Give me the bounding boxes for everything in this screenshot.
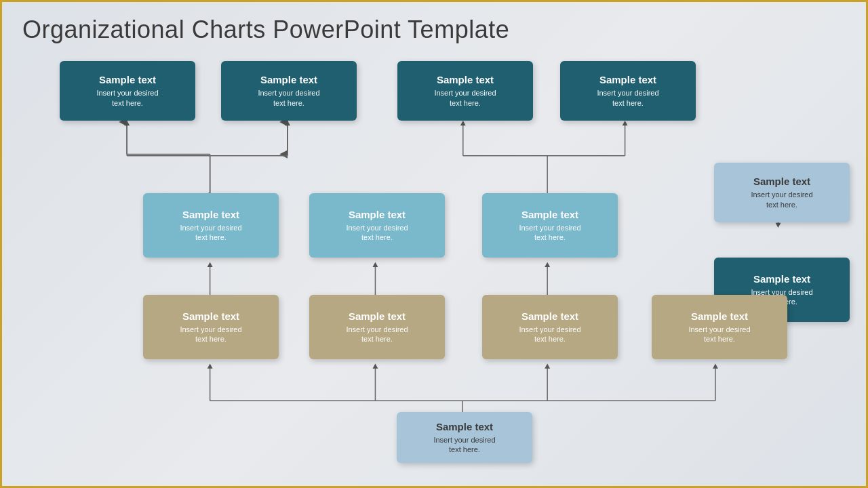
svg-marker-43 — [372, 364, 378, 369]
box-r2b1[interactable]: Sample text Insert your desiredtext here… — [143, 193, 279, 258]
box-r1b3-sub: Insert your desiredtext here. — [434, 88, 496, 108]
svg-marker-41 — [208, 364, 213, 369]
svg-marker-25 — [623, 121, 628, 125]
box-r2b2-sub: Insert your desiredtext here. — [346, 223, 408, 243]
box-r1b3-title: Sample text — [437, 74, 494, 85]
box-bottom-sub: Insert your desiredtext here. — [433, 435, 495, 455]
box-r1b2[interactable]: Sample text Insert your desiredtext here… — [221, 61, 357, 121]
box-r1b1-title: Sample text — [99, 74, 156, 85]
box-r1b2-sub: Insert your desiredtext here. — [258, 88, 319, 108]
box-r3b3-sub: Insert your desiredtext here. — [519, 325, 580, 344]
svg-marker-29 — [545, 262, 550, 267]
box-r3b1[interactable]: Sample text Insert your desiredtext here… — [143, 295, 279, 359]
box-right-top[interactable]: Sample text Insert your desiredtext here… — [714, 163, 850, 222]
box-r3b4-title: Sample text — [691, 310, 748, 322]
svg-marker-45 — [545, 364, 550, 369]
svg-marker-35 — [776, 223, 781, 228]
svg-marker-24 — [460, 121, 466, 125]
box-bottom-title: Sample text — [436, 421, 493, 432]
box-r2b1-sub: Insert your desiredtext here. — [180, 223, 241, 243]
box-r1b4-sub: Insert your desiredtext here. — [597, 88, 658, 108]
chart-area: Sample text Insert your desiredtext here… — [22, 58, 846, 478]
svg-marker-14 — [124, 121, 130, 125]
box-r2b3-title: Sample text — [521, 209, 578, 220]
box-r2b3[interactable]: Sample text Insert your desiredtext here… — [482, 193, 618, 258]
box-r1b1-sub: Insert your desiredtext here. — [96, 88, 158, 108]
box-r3b4[interactable]: Sample text Insert your desiredtext here… — [652, 295, 787, 359]
box-r1b4-title: Sample text — [599, 74, 656, 85]
box-r2b1-title: Sample text — [182, 209, 239, 220]
box-r3b4-sub: Insert your desiredtext here. — [688, 325, 750, 344]
box-r3b3[interactable]: Sample text Insert your desiredtext here… — [482, 295, 618, 359]
box-r2b2-title: Sample text — [349, 209, 406, 220]
svg-marker-47 — [713, 364, 718, 369]
box-r3b1-title: Sample text — [182, 310, 239, 322]
box-r2b3-sub: Insert your desiredtext here. — [519, 223, 580, 243]
svg-marker-15 — [285, 121, 290, 125]
svg-marker-19 — [208, 262, 213, 267]
box-right-top-sub: Insert your desiredtext here. — [751, 190, 812, 209]
box-right-mid-title: Sample text — [753, 273, 810, 285]
box-r3b2-title: Sample text — [349, 310, 406, 322]
box-r3b2-sub: Insert your desiredtext here. — [346, 325, 408, 344]
box-right-top-title: Sample text — [753, 176, 810, 187]
box-r3b3-title: Sample text — [521, 310, 578, 322]
box-r1b1[interactable]: Sample text Insert your desiredtext here… — [60, 61, 195, 121]
page-title: Organizational Charts PowerPoint Templat… — [22, 16, 846, 44]
box-r2b2[interactable]: Sample text Insert your desiredtext here… — [309, 193, 445, 258]
slide: Organizational Charts PowerPoint Templat… — [2, 2, 866, 486]
box-r1b2-title: Sample text — [260, 74, 317, 85]
box-r1b3[interactable]: Sample text Insert your desiredtext here… — [397, 61, 533, 121]
box-r3b1-sub: Insert your desiredtext here. — [180, 325, 241, 344]
box-bottom[interactable]: Sample text Insert your desiredtext here… — [397, 412, 532, 463]
box-r1b4[interactable]: Sample text Insert your desiredtext here… — [560, 61, 696, 121]
box-r3b2[interactable]: Sample text Insert your desiredtext here… — [309, 295, 445, 359]
svg-marker-32 — [372, 262, 378, 267]
